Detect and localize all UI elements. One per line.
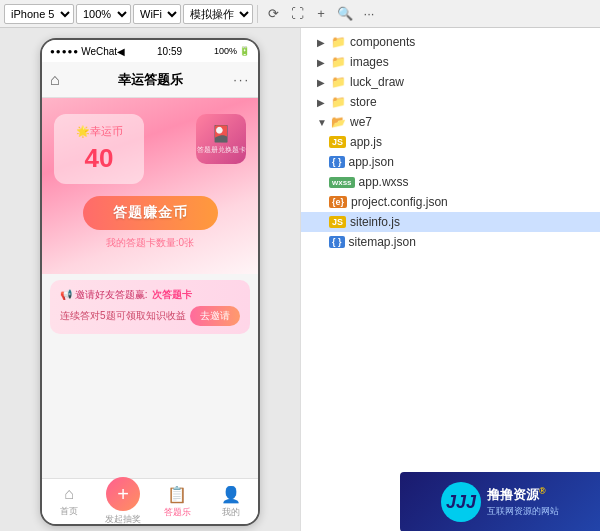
folder-we7[interactable]: ▼ 📂 we7 xyxy=(301,112,600,132)
file-app-js[interactable]: JS app.js xyxy=(301,132,600,152)
arrow-we7: ▼ xyxy=(317,117,327,128)
tab-my[interactable]: 👤 我的 xyxy=(204,485,258,519)
phone-frame: ●●●●● WeChat◀ 10:59 100% 🔋 ⌂ 幸运答题乐 ··· xyxy=(40,38,260,526)
folder-images[interactable]: ▶ 📁 images xyxy=(301,52,600,72)
card-count: 我的答题卡数量:0张 xyxy=(106,236,194,250)
folder-store[interactable]: ▶ 📁 store xyxy=(301,92,600,112)
tab-quiz[interactable]: 📋 答题乐 xyxy=(150,485,204,519)
arrow-luck-draw: ▶ xyxy=(317,77,327,88)
toolbar: iPhone 5 100% WiFi 模拟操作 ⟳ ⛶ + 🔍 ··· xyxy=(0,0,600,28)
tab-home-label: 首页 xyxy=(60,505,78,518)
invite-bottom: 连续答对5题可领取知识收益 去邀请 xyxy=(60,306,240,326)
file-label-project-config: project.config.json xyxy=(351,195,448,209)
watermark-text: 撸撸资源® 互联网资源的网站 xyxy=(487,486,559,517)
tab-launch-label: 发起抽奖 xyxy=(105,513,141,526)
tab-quiz-label: 答题乐 xyxy=(164,506,191,519)
hero-section: 🌟幸运币 40 🎴 答题册兑换题卡 答题赚金币 我的答题卡数量:0张 xyxy=(42,98,258,274)
watermark: JJJ 撸撸资源® 互联网资源的网站 xyxy=(400,472,600,531)
nav-dots[interactable]: ··· xyxy=(233,72,250,87)
nav-back-icon[interactable]: ⌂ xyxy=(50,71,60,89)
search-icon[interactable]: 🔍 xyxy=(334,3,356,25)
badge-project-config: {e} xyxy=(329,196,347,208)
rotate-icon[interactable]: ⟳ xyxy=(262,3,284,25)
card-icon-label: 答题册兑换题卡 xyxy=(197,145,246,155)
toolbar-divider xyxy=(257,5,258,23)
invite-top: 📢 邀请好友答题赢: 次答题卡 xyxy=(60,288,240,302)
invite-link[interactable]: 次答题卡 xyxy=(152,288,192,302)
folder-label-store: store xyxy=(350,95,377,109)
coin-box: 🌟幸运币 40 xyxy=(54,114,144,184)
badge-sitemap-json: { } xyxy=(329,236,345,248)
folder-label-we7: we7 xyxy=(350,115,372,129)
phone-container: ●●●●● WeChat◀ 10:59 100% 🔋 ⌂ 幸运答题乐 ··· xyxy=(0,28,300,531)
folder-label-luck-draw: luck_draw xyxy=(350,75,404,89)
coin-label: 🌟幸运币 xyxy=(76,124,123,139)
folder-icon-images: 📁 xyxy=(331,55,346,69)
folder-icon-components: 📁 xyxy=(331,35,346,49)
status-right: 100% 🔋 xyxy=(214,46,250,56)
signal-dots: ●●●●● xyxy=(50,47,79,56)
coin-value: 40 xyxy=(85,143,114,174)
zoom-select[interactable]: 100% xyxy=(76,4,131,24)
watermark-logo: JJJ xyxy=(446,492,476,513)
file-siteinfo-js[interactable]: JS siteinfo.js xyxy=(301,212,600,232)
status-left: ●●●●● WeChat◀ xyxy=(50,46,125,57)
badge-siteinfo-js: JS xyxy=(329,216,346,228)
folder-luck-draw[interactable]: ▶ 📁 luck_draw xyxy=(301,72,600,92)
main-wrapper: ●●●●● WeChat◀ 10:59 100% 🔋 ⌂ 幸运答题乐 ··· xyxy=(0,28,600,531)
invite-prefix: 📢 邀请好友答题赢: xyxy=(60,288,148,302)
add-circle-icon[interactable]: + xyxy=(106,477,140,511)
file-label-siteinfo-js: siteinfo.js xyxy=(350,215,400,229)
device-select[interactable]: iPhone 5 xyxy=(4,4,74,24)
quiz-icon: 📋 xyxy=(167,485,187,504)
file-panel: ▶ 📁 components ▶ 📁 images ▶ 📁 luck_draw … xyxy=(300,28,600,531)
fullscreen-icon[interactable]: ⛶ xyxy=(286,3,308,25)
badge-app-js: JS xyxy=(329,136,346,148)
folder-label-images: images xyxy=(350,55,389,69)
file-label-sitemap-json: sitemap.json xyxy=(349,235,416,249)
bottom-tabs: ⌂ 首页 + 发起抽奖 📋 答题乐 👤 我的 xyxy=(42,478,258,524)
arrow-components: ▶ xyxy=(317,37,327,48)
watermark-subtitle: 互联网资源的网站 xyxy=(487,505,559,518)
mode-select[interactable]: 模拟操作 xyxy=(183,4,253,24)
more-icon[interactable]: ··· xyxy=(358,3,380,25)
badge-app-json: { } xyxy=(329,156,345,168)
answer-btn[interactable]: 答题赚金币 xyxy=(83,196,218,230)
folder-icon-store: 📁 xyxy=(331,95,346,109)
file-app-wxss[interactable]: wxss app.wxss xyxy=(301,172,600,192)
folder-icon-luck-draw: 📁 xyxy=(331,75,346,89)
nav-title: 幸运答题乐 xyxy=(118,71,183,89)
badge-app-wxss: wxss xyxy=(329,177,355,188)
file-app-json[interactable]: { } app.json xyxy=(301,152,600,172)
wechat-nav: ⌂ 幸运答题乐 ··· xyxy=(42,62,258,98)
network-select[interactable]: WiFi xyxy=(133,4,181,24)
card-icon-box[interactable]: 🎴 答题册兑换题卡 xyxy=(196,114,246,164)
status-bar: ●●●●● WeChat◀ 10:59 100% 🔋 xyxy=(42,40,258,62)
invite-go-btn[interactable]: 去邀请 xyxy=(190,306,240,326)
tab-launch[interactable]: + 发起抽奖 xyxy=(96,477,150,526)
battery-icon: 🔋 xyxy=(239,46,250,56)
arrow-images: ▶ xyxy=(317,57,327,68)
invite-banner: 📢 邀请好友答题赢: 次答题卡 连续答对5题可领取知识收益 去邀请 xyxy=(50,280,250,334)
wechat-label: WeChat◀ xyxy=(81,46,125,57)
add-icon[interactable]: + xyxy=(310,3,332,25)
folder-components[interactable]: ▶ 📁 components xyxy=(301,32,600,52)
home-icon: ⌂ xyxy=(64,485,74,503)
watermark-logo-circle: JJJ xyxy=(441,482,481,522)
status-time: 10:59 xyxy=(157,46,182,57)
coin-row: 🌟幸运币 40 🎴 答题册兑换题卡 xyxy=(54,114,246,184)
file-sitemap-json[interactable]: { } sitemap.json xyxy=(301,232,600,252)
folder-icon-we7: 📂 xyxy=(331,115,346,129)
file-label-app-json: app.json xyxy=(349,155,394,169)
tab-home[interactable]: ⌂ 首页 xyxy=(42,485,96,518)
main-area: ●●●●● WeChat◀ 10:59 100% 🔋 ⌂ 幸运答题乐 ··· xyxy=(0,28,600,531)
battery-label: 100% xyxy=(214,46,237,56)
arrow-store: ▶ xyxy=(317,97,327,108)
tab-my-label: 我的 xyxy=(222,506,240,519)
registered-icon: ® xyxy=(539,486,546,496)
my-icon: 👤 xyxy=(221,485,241,504)
phone-content: 🌟幸运币 40 🎴 答题册兑换题卡 答题赚金币 我的答题卡数量:0张 xyxy=(42,98,258,478)
invite-desc: 连续答对5题可领取知识收益 xyxy=(60,309,186,323)
file-project-config[interactable]: {e} project.config.json xyxy=(301,192,600,212)
folder-label-components: components xyxy=(350,35,415,49)
